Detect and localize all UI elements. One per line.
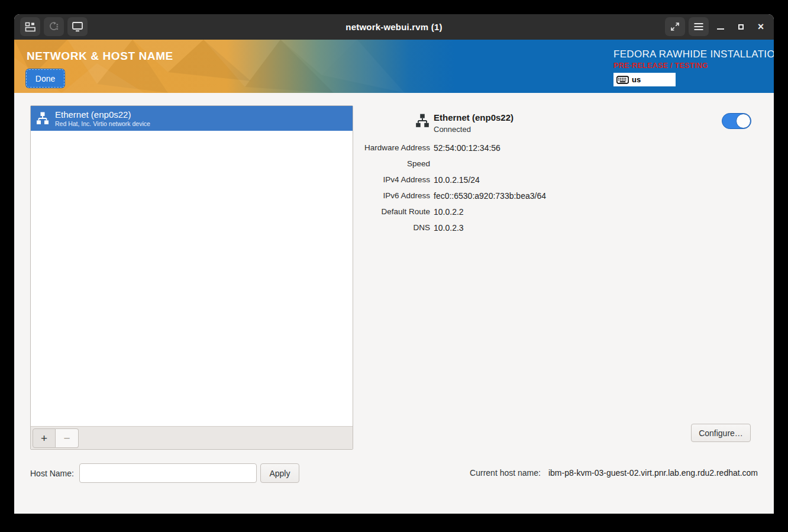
vm-list-icon[interactable] (20, 17, 40, 36)
close-icon[interactable]: × (753, 17, 769, 36)
keyboard-layout-indicator[interactable]: us (613, 73, 676, 86)
connection-status: Connected (434, 125, 514, 134)
fullscreen-icon[interactable] (665, 17, 685, 36)
property-value: 52:54:00:12:34:56 (434, 143, 758, 153)
property-label: Hardware Address (364, 143, 430, 152)
property-value: 10.0.2.2 (434, 207, 758, 217)
header-polygon-texture (14, 40, 440, 93)
configure-button[interactable]: Configure… (691, 424, 751, 442)
window-title: network-webui.rvm (1) (345, 22, 442, 32)
maximize-icon[interactable] (732, 17, 749, 36)
property-value: fec0::6530:a920:733b:bea3/64 (434, 191, 758, 201)
titlebar: network-webui.rvm (1) × (14, 14, 774, 40)
network-device-list: Ethernet (enp0s22) Red Hat, Inc. Virtio … (30, 105, 353, 450)
device-list-item-text: Ethernet (enp0s22) Red Hat, Inc. Virtio … (55, 109, 150, 127)
vm-viewer-window: network-webui.rvm (1) × (14, 14, 774, 514)
hostname-section: Host Name: Apply (30, 463, 299, 483)
device-properties: Hardware Address 52:54:00:12:34:56 Speed… (367, 140, 758, 236)
minimize-icon[interactable] (712, 17, 729, 36)
property-label: IPv4 Address (383, 175, 430, 184)
network-icon (415, 113, 430, 128)
hostname-label: Host Name: (30, 469, 74, 478)
hostname-input[interactable] (79, 463, 257, 483)
device-details-title: Ethernet (enp0s22) (434, 112, 514, 122)
keyboard-icon (616, 76, 629, 84)
property-label: IPv6 Address (383, 191, 430, 200)
current-hostname-section: Current host name: ibm-p8-kvm-03-guest-0… (470, 465, 758, 481)
titlebar-right-actions: × (665, 17, 769, 36)
prerelease-warning: PRE-RELEASE / TESTING (613, 62, 774, 70)
property-row: Default Route 10.0.2.2 (367, 204, 758, 220)
keyboard-layout-code: us (632, 75, 641, 84)
property-label: Default Route (381, 207, 430, 216)
device-list-buttons: + − (33, 428, 79, 448)
device-list-item[interactable]: Ethernet (enp0s22) Red Hat, Inc. Virtio … (31, 106, 353, 131)
add-device-button[interactable]: + (33, 428, 56, 448)
usb-redirect-icon[interactable] (44, 17, 64, 36)
device-details-panel: Ethernet (enp0s22) Connected Hardware Ad… (367, 109, 758, 499)
property-row: Speed (367, 156, 758, 172)
network-icon (35, 111, 50, 125)
property-label: Speed (407, 159, 430, 168)
property-label: DNS (413, 223, 430, 232)
apply-button[interactable]: Apply (260, 463, 299, 483)
page-title: NETWORK & HOST NAME (27, 50, 173, 63)
property-value: 10.0.2.15/24 (434, 175, 758, 185)
device-list-toolbar: + − (31, 426, 353, 449)
device-enable-toggle[interactable] (722, 113, 751, 129)
property-value: 10.0.2.3 (434, 223, 758, 233)
property-row: IPv6 Address fec0::6530:a920:733b:bea3/6… (367, 188, 758, 204)
titlebar-left-actions (20, 17, 88, 36)
property-row: IPv4 Address 10.0.2.15/24 (367, 172, 758, 188)
anaconda-header: NETWORK & HOST NAME Done FEDORA RAWHIDE … (14, 40, 774, 93)
screen: network-webui.rvm (1) × (0, 0, 788, 532)
menu-icon[interactable] (689, 17, 709, 36)
property-row: Hardware Address 52:54:00:12:34:56 (367, 140, 758, 156)
device-title: Ethernet (enp0s22) (55, 109, 150, 120)
device-subtitle: Red Hat, Inc. Virtio network device (55, 120, 150, 127)
header-branding: FEDORA RAWHIDE INSTALLATION PRE-RELEASE … (613, 49, 774, 86)
property-row: DNS 10.0.2.3 (367, 220, 758, 236)
product-name: FEDORA RAWHIDE INSTALLATION (613, 49, 774, 60)
current-hostname-value: ibm-p8-kvm-03-guest-02.virt.pnr.lab.eng.… (548, 468, 758, 478)
device-details-titles: Ethernet (enp0s22) Connected (434, 112, 514, 134)
display-icon[interactable] (67, 17, 88, 36)
toggle-knob (736, 114, 751, 128)
done-button[interactable]: Done (26, 69, 64, 88)
current-hostname-label: Current host name: (470, 468, 541, 478)
remove-device-button[interactable]: − (56, 428, 79, 448)
